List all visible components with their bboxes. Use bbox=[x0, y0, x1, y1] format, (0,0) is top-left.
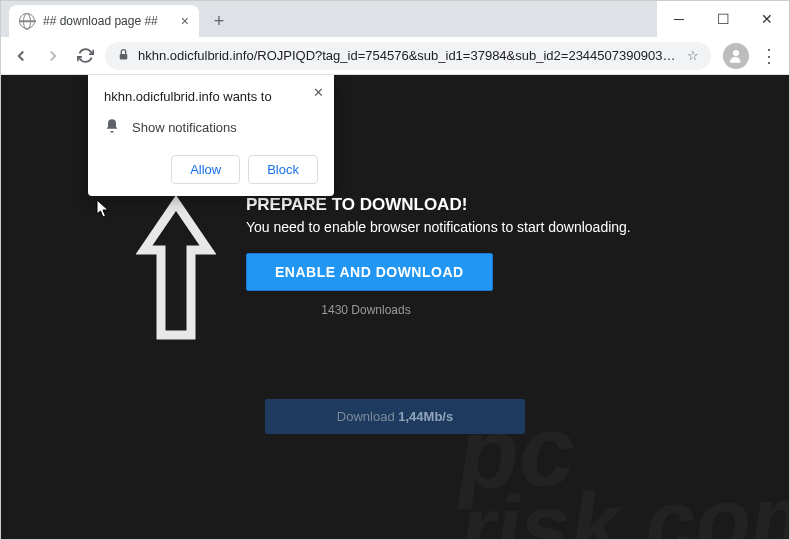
bookmark-star-icon[interactable]: ☆ bbox=[687, 48, 699, 63]
hero-section: PREPARE TO DOWNLOAD! You need to enable … bbox=[136, 195, 749, 349]
popup-close-icon[interactable]: ✕ bbox=[313, 85, 324, 100]
new-tab-button[interactable]: + bbox=[205, 7, 233, 35]
block-button[interactable]: Block bbox=[248, 155, 318, 184]
tab-title: ## download page ## bbox=[43, 14, 158, 28]
svg-rect-0 bbox=[120, 53, 128, 58]
back-button[interactable] bbox=[9, 44, 33, 68]
close-tab-icon[interactable]: × bbox=[181, 13, 189, 29]
address-bar[interactable]: hkhn.odicfulbrid.info/ROJPIQD?tag_id=754… bbox=[105, 42, 711, 70]
kebab-menu-icon[interactable]: ⋮ bbox=[757, 45, 781, 67]
tab-bar: ## download page ## × + ─ ☐ ✕ bbox=[1, 1, 789, 37]
permission-option: Show notifications bbox=[104, 118, 318, 137]
minimize-button[interactable]: ─ bbox=[665, 9, 693, 29]
enable-download-button[interactable]: ENABLE AND DOWNLOAD bbox=[246, 253, 493, 291]
arrow-up-icon bbox=[136, 195, 216, 349]
maximize-button[interactable]: ☐ bbox=[709, 9, 737, 29]
downloads-count: 1430 Downloads bbox=[246, 303, 486, 317]
download-speed-bar[interactable]: Download 1,44Mb/s bbox=[265, 399, 525, 434]
browser-toolbar: hkhn.odicfulbrid.info/ROJPIQD?tag_id=754… bbox=[1, 37, 789, 75]
permission-actions: Allow Block bbox=[104, 155, 318, 184]
download-speed-value: 1,44Mb/s bbox=[398, 409, 453, 424]
hero-title: PREPARE TO DOWNLOAD! bbox=[246, 195, 749, 215]
permission-title: hkhn.odicfulbrid.info wants to bbox=[104, 89, 318, 104]
hero-subtitle: You need to enable browser notifications… bbox=[246, 219, 749, 235]
profile-avatar[interactable] bbox=[723, 43, 749, 69]
permission-option-label: Show notifications bbox=[132, 120, 237, 135]
lock-icon bbox=[117, 48, 130, 64]
page-content-area: pc risk.com PREPARE TO DOWNLOAD! You nee… bbox=[1, 75, 789, 539]
forward-button[interactable] bbox=[41, 44, 65, 68]
reload-button[interactable] bbox=[73, 44, 97, 68]
download-label: Download bbox=[337, 409, 398, 424]
globe-icon bbox=[19, 13, 35, 29]
url-text: hkhn.odicfulbrid.info/ROJPIQD?tag_id=754… bbox=[138, 48, 679, 63]
hero-text: PREPARE TO DOWNLOAD! You need to enable … bbox=[246, 195, 749, 317]
browser-window: ## download page ## × + ─ ☐ ✕ hkhn.odicf… bbox=[0, 0, 790, 540]
notification-permission-popup: ✕ hkhn.odicfulbrid.info wants to Show no… bbox=[88, 75, 334, 196]
svg-point-1 bbox=[733, 50, 739, 56]
window-controls: ─ ☐ ✕ bbox=[657, 1, 789, 37]
allow-button[interactable]: Allow bbox=[171, 155, 240, 184]
close-window-button[interactable]: ✕ bbox=[753, 9, 781, 29]
bell-icon bbox=[104, 118, 120, 137]
browser-tab[interactable]: ## download page ## × bbox=[9, 5, 199, 37]
